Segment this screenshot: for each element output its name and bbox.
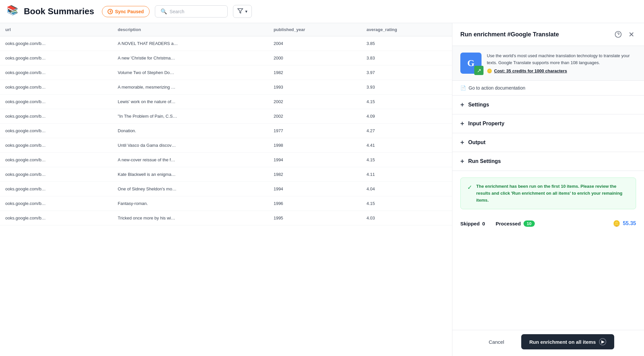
- table-row[interactable]: ooks.google.com/b…"In The Problem of Pai…: [0, 109, 452, 124]
- cell-average_rating: 4.09: [361, 109, 452, 124]
- panel-header: Run enrichment #Google Translate: [452, 23, 644, 46]
- cell-description: A new-cover reissue of the f…: [113, 153, 268, 167]
- app-header: 📚 Book Summaries ⏸ Sync Paused 🔍 Search …: [0, 0, 644, 23]
- table-row[interactable]: ooks.google.com/b…Donation.19774.27: [0, 124, 452, 138]
- cell-url: ooks.google.com/b…: [0, 153, 113, 167]
- cell-description: Donation.: [113, 124, 268, 138]
- output-accordion-header[interactable]: + Output: [452, 133, 644, 152]
- filter-button[interactable]: ▾: [233, 5, 252, 18]
- enrichment-panel: Run enrichment #Google Translate: [452, 23, 644, 356]
- table-area: url description published_year average_r…: [0, 23, 452, 356]
- cell-published_year: 1995: [268, 211, 361, 225]
- cell-published_year: 2002: [268, 95, 361, 109]
- cell-average_rating: 4.41: [361, 138, 452, 153]
- cell-description: Kate Blackwell is an enigma…: [113, 167, 268, 182]
- svg-marker-0: [238, 9, 243, 13]
- cell-url: ooks.google.com/b…: [0, 109, 113, 124]
- run-settings-accordion[interactable]: + Run Settings: [452, 152, 644, 171]
- table-row[interactable]: ooks.google.com/b…Fantasy-roman.19964.15: [0, 196, 452, 211]
- run-all-icon: ▶: [599, 338, 606, 345]
- doc-link[interactable]: 📄 Go to action documentation: [452, 81, 644, 96]
- translate-info: Use the world's most used machine transl…: [487, 53, 636, 74]
- panel-body: G ↗ Use the world's most used machine tr…: [452, 46, 644, 330]
- app-icon: 📚: [7, 6, 19, 18]
- cell-description: Fantasy-roman.: [113, 196, 268, 211]
- table-row[interactable]: ooks.google.com/b…A new-cover reissue of…: [0, 153, 452, 167]
- search-placeholder: Search: [170, 9, 184, 14]
- processed-label: Processed: [496, 221, 521, 226]
- cell-average_rating: 3.85: [361, 36, 452, 51]
- table-row[interactable]: ooks.google.com/b…A NOVEL THAT READERS a…: [0, 36, 452, 51]
- input-property-accordion[interactable]: + Input Property: [452, 114, 644, 133]
- cell-published_year: 1993: [268, 80, 361, 95]
- settings-plus-icon: +: [460, 101, 464, 108]
- cancel-button[interactable]: Cancel: [482, 336, 511, 348]
- run-all-button[interactable]: Run enrichment on all items ▶: [521, 334, 614, 349]
- run-settings-plus-icon: +: [460, 158, 464, 165]
- table-row[interactable]: ooks.google.com/b…A memorable, mesmerizi…: [0, 80, 452, 95]
- table-header-row: url description published_year average_r…: [0, 23, 452, 36]
- cost-info: 🪙 Cost: 35 credits for 1000 characters: [487, 68, 636, 73]
- cell-average_rating: 4.04: [361, 182, 452, 196]
- help-button[interactable]: [614, 30, 623, 39]
- processed-stat: Processed 10: [496, 220, 535, 227]
- cell-average_rating: 3.83: [361, 51, 452, 65]
- filter-chevron-icon: ▾: [245, 9, 248, 14]
- cost-link[interactable]: Cost: 35 credits for 1000 characters: [494, 68, 567, 73]
- credits-value: 55.35: [623, 220, 636, 226]
- filter-icon: [237, 8, 243, 15]
- table-row[interactable]: ooks.google.com/b…A new 'Christie for Ch…: [0, 51, 452, 65]
- cell-url: ooks.google.com/b…: [0, 167, 113, 182]
- translate-arrow-icon: ↗: [474, 66, 483, 75]
- run-all-label: Run enrichment on all items: [529, 339, 596, 345]
- cell-average_rating: 4.15: [361, 95, 452, 109]
- cell-average_rating: 4.11: [361, 167, 452, 182]
- cell-average_rating: 4.27: [361, 124, 452, 138]
- cell-url: ooks.google.com/b…: [0, 211, 113, 225]
- skipped-stat: Skipped 0: [460, 221, 485, 226]
- sync-paused-button[interactable]: ⏸ Sync Paused: [102, 6, 149, 17]
- output-plus-icon: +: [460, 139, 464, 146]
- settings-label: Settings: [468, 102, 489, 108]
- cell-average_rating: 4.15: [361, 153, 452, 167]
- col-header-average-rating: average_rating: [361, 23, 452, 36]
- translate-promo: G ↗ Use the world's most used machine tr…: [452, 46, 644, 81]
- translate-logo: G ↗: [460, 53, 482, 74]
- cell-average_rating: 3.93: [361, 80, 452, 95]
- table-row[interactable]: ooks.google.com/b…Volume Two of Stephen …: [0, 65, 452, 80]
- settings-accordion[interactable]: + Settings: [452, 96, 644, 114]
- table-row[interactable]: ooks.google.com/b…Kate Blackwell is an e…: [0, 167, 452, 182]
- sync-paused-label: Sync Paused: [115, 9, 144, 14]
- cell-description: A memorable, mesmerizing …: [113, 80, 268, 95]
- output-accordion[interactable]: + Output: [452, 133, 644, 152]
- credits-icon: 🪙: [613, 220, 620, 227]
- table-row[interactable]: ooks.google.com/b…Lewis' work on the nat…: [0, 95, 452, 109]
- cell-published_year: 1982: [268, 167, 361, 182]
- input-property-accordion-header[interactable]: + Input Property: [452, 114, 644, 133]
- cell-published_year: 1996: [268, 196, 361, 211]
- close-button[interactable]: [627, 30, 636, 39]
- table-row[interactable]: ooks.google.com/b…One of Sidney Sheldon'…: [0, 182, 452, 196]
- search-bar[interactable]: 🔍 Search: [155, 5, 228, 18]
- success-text: The enrichment has been run on the first…: [476, 183, 629, 204]
- promo-text: Use the world's most used machine transl…: [487, 53, 636, 66]
- cell-published_year: 1982: [268, 65, 361, 80]
- run-settings-accordion-header[interactable]: + Run Settings: [452, 152, 644, 171]
- cell-description: A NOVEL THAT READERS a…: [113, 36, 268, 51]
- app-title: Book Summaries: [24, 6, 94, 17]
- cell-url: ooks.google.com/b…: [0, 124, 113, 138]
- success-check-icon: ✓: [467, 184, 472, 191]
- cell-description: One of Sidney Sheldon's mo…: [113, 182, 268, 196]
- main-content: url description published_year average_r…: [0, 23, 644, 356]
- action-row: Cancel Run enrichment on all items ▶: [452, 330, 644, 356]
- cost-icon: 🪙: [487, 68, 492, 73]
- table-row[interactable]: ooks.google.com/b…Until Vasco da Gama di…: [0, 138, 452, 153]
- settings-accordion-header[interactable]: + Settings: [452, 96, 644, 114]
- success-banner: ✓ The enrichment has been run on the fir…: [460, 178, 636, 209]
- col-header-published-year: published_year: [268, 23, 361, 36]
- input-property-plus-icon: +: [460, 120, 464, 127]
- cell-url: ooks.google.com/b…: [0, 95, 113, 109]
- cell-average_rating: 4.03: [361, 211, 452, 225]
- table-row[interactable]: ooks.google.com/b…Tricked once more by h…: [0, 211, 452, 225]
- doc-link-label: Go to action documentation: [469, 85, 525, 91]
